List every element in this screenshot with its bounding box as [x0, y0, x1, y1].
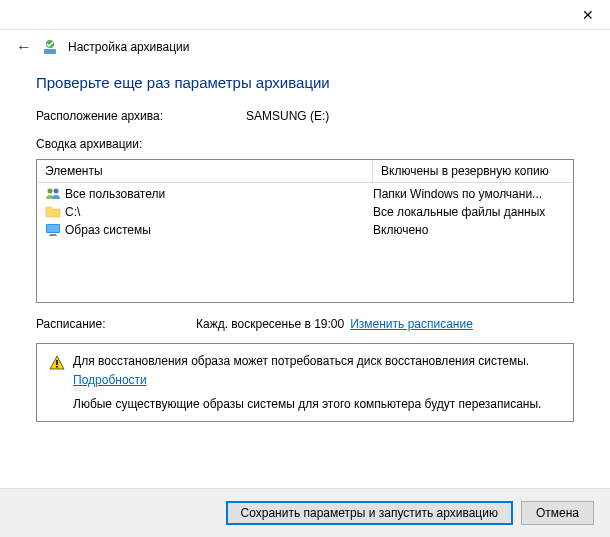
close-button[interactable]: ✕	[565, 0, 610, 30]
info-box: Для восстановления образа может потребов…	[36, 343, 574, 422]
header-title: Настройка архивации	[68, 40, 190, 54]
row-name: C:\	[65, 205, 80, 219]
summary-table: Элементы Включены в резервную копию Все …	[36, 159, 574, 303]
svg-rect-7	[49, 235, 57, 236]
svg-rect-1	[44, 49, 56, 54]
column-included[interactable]: Включены в резервную копию	[373, 160, 573, 182]
table-body: Все пользователи Папки Windows по умолча…	[37, 183, 573, 241]
row-name: Все пользователи	[65, 187, 165, 201]
cancel-button[interactable]: Отмена	[521, 501, 594, 525]
svg-rect-5	[47, 225, 59, 232]
schedule-row: Расписание: Кажд. воскресенье в 19:00 Из…	[36, 317, 574, 331]
warning-icon	[49, 355, 65, 371]
wizard-header: ← Настройка архивации	[0, 30, 610, 64]
column-elements[interactable]: Элементы	[37, 160, 373, 182]
row-name: Образ системы	[65, 223, 151, 237]
svg-rect-8	[56, 360, 58, 365]
backup-icon	[42, 39, 58, 55]
details-link[interactable]: Подробности	[73, 373, 147, 387]
svg-rect-6	[50, 234, 56, 235]
row-included: Все локальные файлы данных	[373, 205, 565, 219]
svg-point-3	[54, 189, 59, 194]
svg-point-2	[48, 189, 53, 194]
row-included: Папки Windows по умолчани...	[373, 187, 565, 201]
footer: Сохранить параметры и запустить архиваци…	[0, 488, 610, 537]
monitor-icon	[45, 222, 61, 238]
info-text-1: Для восстановления образа может потребов…	[73, 354, 561, 368]
row-included: Включено	[373, 223, 565, 237]
users-icon	[45, 186, 61, 202]
table-header: Элементы Включены в резервную копию	[37, 160, 573, 183]
svg-rect-9	[56, 366, 58, 368]
schedule-value: Кажд. воскресенье в 19:00	[196, 317, 344, 331]
summary-label: Сводка архивации:	[36, 137, 574, 151]
table-row[interactable]: Все пользователи Папки Windows по умолча…	[37, 185, 573, 203]
content-area: Проверьте еще раз параметры архивации Ра…	[0, 64, 610, 422]
change-schedule-link[interactable]: Изменить расписание	[350, 317, 473, 331]
titlebar: ✕	[0, 0, 610, 30]
info-text-2: Любые существующие образы системы для эт…	[73, 397, 561, 411]
save-button[interactable]: Сохранить параметры и запустить архиваци…	[226, 501, 513, 525]
location-value: SAMSUNG (E:)	[246, 109, 329, 123]
location-label: Расположение архива:	[36, 109, 246, 123]
page-heading: Проверьте еще раз параметры архивации	[36, 74, 574, 91]
folder-icon	[45, 204, 61, 220]
table-row[interactable]: C:\ Все локальные файлы данных	[37, 203, 573, 221]
schedule-label: Расписание:	[36, 317, 196, 331]
table-row[interactable]: Образ системы Включено	[37, 221, 573, 239]
location-row: Расположение архива: SAMSUNG (E:)	[36, 109, 574, 123]
back-button[interactable]: ←	[16, 38, 32, 56]
